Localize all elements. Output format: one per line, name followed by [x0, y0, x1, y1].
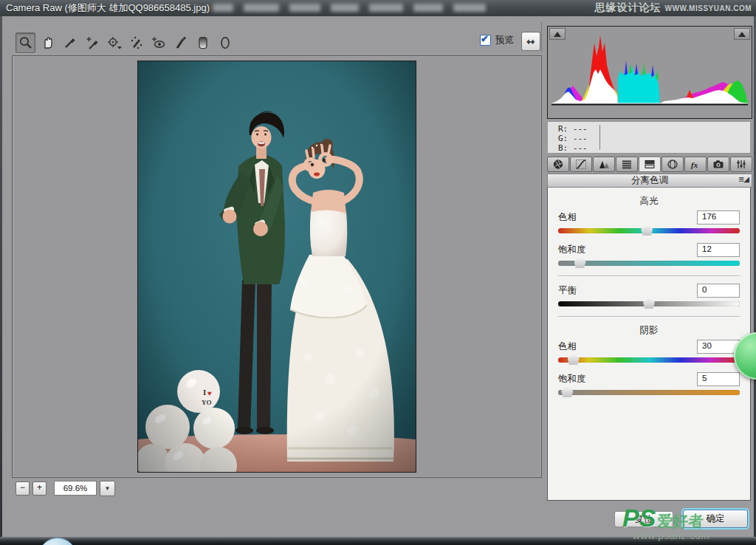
- color-sampler-tool-button[interactable]: [82, 32, 102, 53]
- tab-split-toning[interactable]: [639, 157, 661, 172]
- tab-camera-calibration[interactable]: [707, 157, 729, 172]
- preview-label: 预览: [495, 34, 514, 47]
- reset-button[interactable]: 复位: [614, 511, 673, 527]
- eyedropper-icon: [62, 35, 78, 51]
- highlights-header: 高光: [558, 195, 740, 208]
- balance-slider-row: 平衡 0: [558, 284, 740, 306]
- white-balance-tool-button[interactable]: [60, 32, 80, 53]
- magnifier-icon: [18, 35, 34, 51]
- red-eye-tool-button[interactable]: [148, 32, 168, 53]
- highlight-clipping-button[interactable]: [734, 28, 750, 40]
- toolbar-separator: [541, 22, 542, 52]
- camera-icon: [712, 159, 724, 170]
- split-toning-icon: [644, 159, 656, 170]
- aperture-icon: [552, 159, 564, 170]
- graduated-filter-tool-button[interactable]: [193, 32, 213, 53]
- tab-detail[interactable]: [593, 157, 615, 172]
- shadow-hue-slider-row: 色相 30: [558, 340, 740, 363]
- readout-divider: [599, 125, 600, 150]
- adjustment-brush-tool-button[interactable]: [171, 32, 190, 53]
- highlight-saturation-track[interactable]: [558, 261, 740, 266]
- tab-basic[interactable]: [547, 157, 569, 172]
- red-eye-icon: [150, 35, 168, 51]
- preview-image[interactable]: I ♥ YO: [137, 61, 416, 473]
- target-circle-icon: [106, 35, 123, 51]
- zoom-level-field[interactable]: 69.6%: [54, 481, 97, 496]
- spot-removal-tool-button[interactable]: [126, 32, 146, 53]
- zoom-dropdown-button[interactable]: ▼: [100, 481, 115, 496]
- sliders-icon: [735, 159, 747, 170]
- divider: [558, 275, 740, 277]
- zoom-bar: − + 69.6% ▼: [16, 481, 115, 496]
- highlight-saturation-slider-row: 饱和度 12: [558, 243, 740, 266]
- triangle-icon: [554, 32, 561, 37]
- slider-label: 平衡: [558, 284, 577, 297]
- tab-hsl-grayscale[interactable]: [616, 157, 638, 172]
- tab-presets[interactable]: [730, 157, 752, 172]
- shadow-hue-track[interactable]: [558, 357, 740, 363]
- eyedropper-plus-icon: [84, 35, 100, 51]
- oval-icon: [217, 35, 233, 51]
- highlight-saturation-value[interactable]: 12: [697, 243, 740, 257]
- preview-area[interactable]: I ♥ YO: [12, 55, 542, 478]
- panel-menu-icon[interactable]: ≣◢: [738, 175, 749, 183]
- svg-text:fx: fx: [691, 160, 698, 169]
- tab-lens-corrections[interactable]: [662, 157, 684, 172]
- window-frame-bottom: [0, 537, 756, 545]
- tab-effects[interactable]: fx: [684, 157, 707, 172]
- panel-header: 分离色调 ≣◢: [547, 174, 752, 188]
- radial-filter-tool-button[interactable]: [215, 32, 235, 53]
- shadow-hue-value[interactable]: 30: [697, 340, 740, 354]
- hsl-strips-icon: [621, 159, 633, 170]
- histogram-plot: [548, 27, 752, 117]
- slider-thumb[interactable]: [568, 354, 580, 365]
- slider-thumb[interactable]: [643, 298, 655, 309]
- lens-icon: [667, 159, 678, 170]
- rgb-readout: R: --- G: --- B: ---: [547, 121, 751, 154]
- wedding-photo-illustration: I ♥ YO: [138, 61, 416, 472]
- blurred-taskbar-items: [213, 4, 486, 13]
- slider-thumb[interactable]: [641, 224, 653, 236]
- missyuan-watermark: 思缘设计论坛 WWW.MISSYUAN.COM: [595, 1, 752, 15]
- shadow-saturation-track[interactable]: [558, 390, 740, 395]
- shadow-saturation-value[interactable]: 5: [697, 372, 740, 386]
- zoom-in-button[interactable]: +: [32, 481, 47, 496]
- window-frame-left: [0, 16, 2, 545]
- slider-thumb[interactable]: [574, 257, 586, 268]
- camera-raw-dialog: Camera Raw (修图师大 雄加QQ986658485.jpg) 思缘设计…: [0, 0, 756, 545]
- highlight-hue-track[interactable]: [558, 228, 740, 233]
- divider: [558, 316, 740, 318]
- check-icon: ✔: [481, 33, 489, 44]
- slider-label: 饱和度: [558, 373, 586, 385]
- balance-track[interactable]: [558, 301, 740, 306]
- curve-icon: [575, 159, 587, 170]
- ok-button[interactable]: 确定: [683, 510, 748, 528]
- highlight-hue-slider-row: 色相 176: [558, 210, 740, 233]
- window-title: Camera Raw (修图师大 雄加QQ986658485.jpg): [6, 1, 210, 15]
- slider-label: 饱和度: [558, 244, 586, 256]
- preview-checkbox[interactable]: ✔: [480, 35, 491, 46]
- tool-bar: [16, 32, 235, 53]
- brush-icon: [173, 35, 189, 51]
- balance-value[interactable]: 0: [697, 284, 740, 298]
- histogram: [547, 26, 752, 119]
- shadow-saturation-slider-row: 饱和度 5: [558, 372, 740, 395]
- hand-tool-button[interactable]: [38, 32, 58, 53]
- shadow-clipping-button[interactable]: [549, 28, 566, 40]
- fx-icon: fx: [690, 159, 701, 170]
- hand-icon: [40, 35, 56, 51]
- highlight-hue-value[interactable]: 176: [697, 210, 740, 224]
- slider-label: 色相: [558, 340, 577, 353]
- tab-tone-curve[interactable]: [570, 157, 592, 172]
- right-panel-column: R: --- G: --- B: ---: [547, 26, 752, 501]
- shadows-header: 阴影: [558, 324, 740, 337]
- panel-tabs: fx: [547, 157, 752, 172]
- slider-thumb[interactable]: [561, 386, 573, 397]
- slider-label: 色相: [558, 211, 577, 224]
- targeted-adjustment-tool-button[interactable]: [104, 32, 124, 53]
- gradient-rect-icon: [195, 35, 211, 51]
- zoom-out-button[interactable]: −: [16, 481, 30, 496]
- toggle-fullscreen-button[interactable]: ⇿: [521, 32, 540, 51]
- title-bar[interactable]: Camera Raw (修图师大 雄加QQ986658485.jpg) 思缘设计…: [0, 0, 756, 16]
- zoom-tool-button[interactable]: [16, 32, 35, 53]
